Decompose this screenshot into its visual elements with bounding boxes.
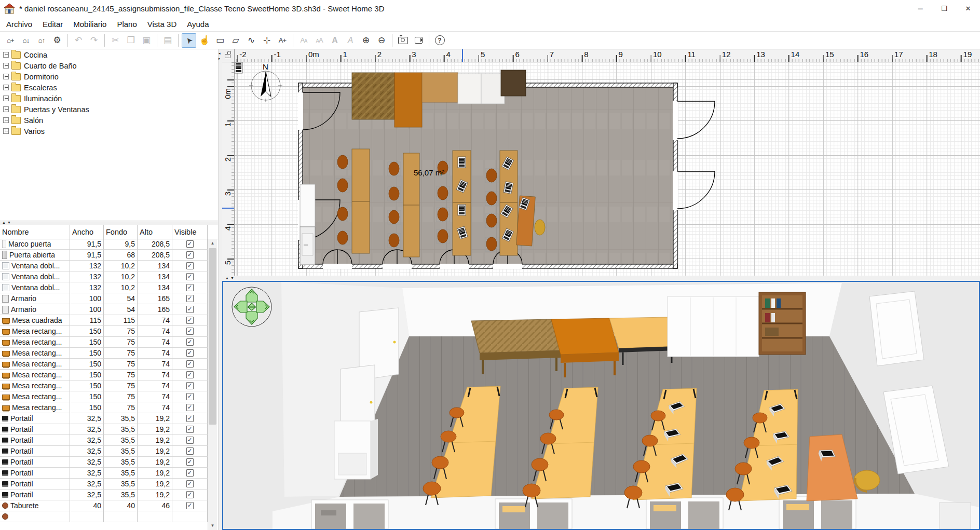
catalog-category-iluminaci-n[interactable]: Iluminación — [0, 93, 218, 104]
visible-checkbox[interactable]: ✓ — [186, 284, 194, 291]
create-polylines-button[interactable]: ∿ — [244, 33, 258, 48]
furniture-row[interactable]: Portatil32,535,519,2✓ — [0, 468, 208, 479]
plan-left-cabinets[interactable] — [300, 184, 315, 265]
visible-checkbox[interactable]: ✓ — [186, 306, 194, 313]
furniture-row[interactable]: Portatil32,535,519,2✓ — [0, 457, 208, 468]
visible-checkbox[interactable]: ✓ — [186, 295, 194, 302]
catalog-category-dormitorio[interactable]: Dormitorio — [0, 71, 218, 82]
select-mode-button[interactable]: ➤ — [182, 33, 196, 48]
create-video-button[interactable] — [411, 33, 426, 48]
plan-canvas[interactable]: 56,07 m² N — [235, 62, 980, 276]
create-walls-button[interactable]: ▭ — [213, 33, 227, 48]
expand-icon[interactable] — [3, 106, 9, 112]
furniture-row[interactable]: Mesa rectang...1507574✓ — [0, 402, 208, 413]
create-dimensions-button[interactable]: ⊹ — [260, 33, 274, 48]
menu-mobiliario[interactable]: Mobiliario — [68, 18, 112, 30]
furniture-row[interactable]: Portatil32,535,519,2✓ — [0, 490, 208, 500]
visible-checkbox[interactable]: ✓ — [186, 447, 194, 455]
zoom-in-button[interactable]: ⊕ — [359, 33, 373, 48]
furniture-row[interactable]: Mesa cuadrada11511574✓ — [0, 315, 208, 326]
column-header-alto[interactable]: Alto — [138, 225, 172, 239]
pan-mode-button[interactable]: ☝ — [197, 33, 212, 48]
visible-checkbox[interactable]: ✓ — [186, 382, 194, 389]
visible-checkbox[interactable]: ✓ — [186, 273, 194, 280]
column-header-nombre[interactable]: Nombre — [0, 225, 70, 239]
splitter-collapse-down-icon[interactable]: ▼ — [230, 276, 234, 280]
paste-button[interactable]: ▣ — [139, 33, 154, 48]
furniture-row[interactable]: Mesa rectang...1507574✓ — [0, 326, 208, 337]
furniture-row[interactable]: Portatil32,535,519,2✓ — [0, 424, 208, 435]
furniture-row[interactable]: Taburete404046✓ — [0, 500, 208, 511]
furniture-row[interactable]: Mesa rectang...1507574✓ — [0, 391, 208, 402]
visible-checkbox[interactable]: ✓ — [186, 240, 194, 248]
furniture-row[interactable]: Portatil32,535,519,2✓ — [0, 435, 208, 446]
toggle-bold-button[interactable]: A — [328, 33, 342, 48]
furniture-row[interactable]: Armario10054165✓ — [0, 293, 208, 304]
cut-button[interactable]: ✂ — [108, 33, 122, 48]
help-button[interactable]: ? — [432, 33, 447, 48]
visible-checkbox[interactable]: ✓ — [186, 251, 194, 259]
visible-checkbox[interactable]: ✓ — [186, 458, 194, 466]
preferences-button[interactable]: ⚙ — [50, 33, 64, 48]
scrollbar-thumb[interactable] — [209, 248, 216, 425]
furniture-catalog-tree[interactable]: CocinaCuarto de BañoDormitorioEscalerasI… — [0, 49, 218, 221]
minimize-button[interactable]: ─ — [908, 0, 932, 17]
menu-ayuda[interactable]: Ayuda — [182, 18, 214, 30]
menu-editar[interactable]: Editar — [37, 18, 68, 30]
furniture-row[interactable]: Mesa rectang...1507574✓ — [0, 359, 208, 370]
visible-checkbox[interactable]: ✓ — [186, 404, 194, 411]
view-3d[interactable] — [222, 281, 980, 530]
furniture-row[interactable]: Ventana dobl...13210,2134✓ — [0, 261, 208, 271]
redo-button[interactable]: ↷ — [87, 33, 101, 48]
decrease-text-size-button[interactable]: Aᴀ — [296, 33, 311, 48]
expand-icon[interactable] — [3, 52, 9, 58]
furniture-row[interactable]: Marco puerta91,59,5208,5✓ — [0, 239, 208, 250]
visible-checkbox[interactable]: ✓ — [186, 393, 194, 400]
visible-checkbox[interactable]: ✓ — [186, 338, 194, 346]
visible-checkbox[interactable]: ✓ — [186, 360, 194, 368]
3d-navigation-pad[interactable] — [232, 287, 271, 327]
create-rooms-button[interactable]: ▱ — [228, 33, 243, 48]
furniture-row[interactable]: Mesa rectang...1507574✓ — [0, 348, 208, 359]
visible-checkbox[interactable]: ✓ — [186, 480, 194, 487]
splitter-collapse-up-icon[interactable]: ▲ — [2, 221, 6, 224]
expand-icon[interactable] — [3, 85, 9, 90]
catalog-category-puertas-y-ventanas[interactable]: Puertas y Ventanas — [0, 104, 218, 115]
furniture-row[interactable]: Mesa rectang...1507574✓ — [0, 370, 208, 380]
plan-3d-splitter[interactable]: ▲ ▼ — [222, 276, 980, 281]
menu-vista-3d[interactable]: Vista 3D — [142, 18, 182, 30]
catalog-category-varios[interactable]: Varios — [0, 126, 218, 137]
zoom-out-button[interactable]: ⊖ — [374, 33, 389, 48]
maximize-button[interactable]: ❒ — [932, 0, 956, 17]
menu-archivo[interactable]: Archivo — [1, 18, 37, 30]
furniture-row[interactable]: Portatil32,535,519,2✓ — [0, 446, 208, 457]
new-home-button[interactable]: ⌂+ — [3, 33, 18, 48]
catalog-category-cuarto-de-ba-o[interactable]: Cuarto de Baño — [0, 60, 218, 71]
visible-checkbox[interactable]: ✓ — [186, 371, 194, 378]
increase-text-size-button[interactable]: ᴀA — [312, 33, 326, 48]
splitter-collapse-up-icon[interactable]: ▲ — [225, 276, 229, 280]
visible-checkbox[interactable]: ✓ — [186, 415, 194, 422]
expand-icon[interactable] — [3, 63, 9, 69]
toggle-italic-button[interactable]: A — [343, 33, 358, 48]
splitter-collapse-left-icon[interactable]: ◂ — [219, 51, 221, 55]
furniture-row[interactable]: Portatil32,535,519,2✓ — [0, 413, 208, 424]
splitter-collapse-down-icon[interactable]: ▼ — [7, 221, 11, 224]
expand-icon[interactable] — [3, 128, 9, 134]
furniture-row[interactable]: Mesa rectang...1507574✓ — [0, 380, 208, 391]
visible-checkbox[interactable]: ✓ — [186, 262, 194, 269]
visible-checkbox[interactable]: ✓ — [186, 491, 194, 498]
furniture-row[interactable]: Puerta abierta91,568208,5✓ — [0, 250, 208, 261]
column-header-fondo[interactable]: Fondo — [104, 225, 138, 239]
add-text-button[interactable]: A+ — [275, 33, 290, 48]
menu-plano[interactable]: Plano — [112, 18, 142, 30]
catalog-category-escaleras[interactable]: Escaleras — [0, 82, 218, 93]
create-photo-button[interactable] — [396, 33, 410, 48]
undo-button[interactable]: ↶ — [71, 33, 86, 48]
splitter-collapse-right-icon[interactable]: ▸ — [219, 57, 221, 60]
add-furniture-button[interactable]: ▤ — [160, 33, 175, 48]
scroll-up-icon[interactable]: ▲ — [208, 239, 217, 248]
catalog-category-cocina[interactable]: Cocina — [0, 49, 218, 60]
close-button[interactable]: ✕ — [956, 0, 980, 17]
furniture-list-scrollbar[interactable]: ▲ ▼ — [208, 239, 217, 530]
